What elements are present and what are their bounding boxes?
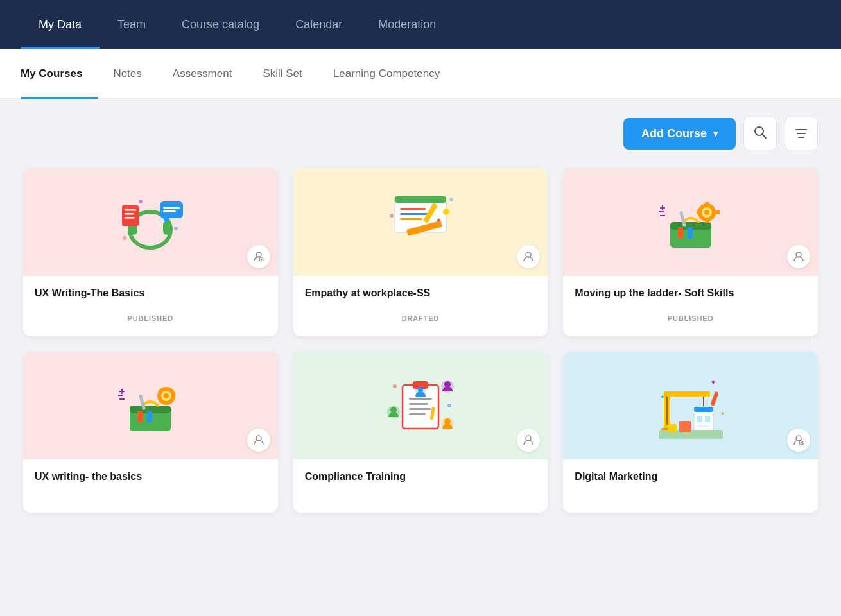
user-badge [517, 429, 540, 452]
add-course-label: Add Course [641, 127, 707, 141]
course-card-title: UX Writing-The Basics [35, 286, 266, 300]
course-card-title: Empathy at workplace-SS [305, 286, 537, 300]
course-card-body: UX Writing-The Basics PUBLISHED [23, 276, 278, 336]
svg-point-14 [174, 227, 178, 230]
svg-rect-42 [688, 227, 693, 239]
svg-rect-23 [400, 218, 422, 220]
svg-rect-9 [122, 205, 139, 226]
svg-rect-38 [716, 210, 720, 214]
svg-rect-88 [697, 425, 710, 427]
course-grid: UX Writing-The Basics PUBLISHED [23, 168, 818, 513]
svg-rect-39 [697, 210, 700, 214]
user-badge [787, 429, 810, 452]
sub-navigation: My Courses Notes Assessment Skill Set Le… [0, 49, 841, 99]
course-card-title: Compliance Training [305, 470, 537, 484]
svg-point-76 [393, 384, 397, 388]
svg-point-68 [418, 387, 423, 392]
svg-point-52 [164, 393, 169, 398]
main-content: Add Course ▾ [0, 99, 841, 531]
svg-rect-37 [705, 219, 709, 223]
svg-point-28 [390, 214, 394, 218]
course-card[interactable]: UX writing- the basics [23, 352, 278, 512]
svg-rect-91 [668, 424, 677, 432]
svg-rect-41 [678, 227, 683, 239]
course-card-image [293, 168, 548, 276]
svg-point-27 [443, 209, 449, 215]
course-card-status [575, 490, 806, 502]
nav-item-course-catalog[interactable]: Course catalog [164, 0, 277, 49]
svg-rect-7 [163, 207, 180, 209]
course-card-status [35, 490, 266, 502]
course-card-body: Empathy at workplace-SS DRAFTED [293, 276, 548, 336]
course-card-status [305, 490, 537, 502]
course-card-title: UX writing- the basics [35, 470, 266, 484]
course-card-status: PUBLISHED [575, 305, 806, 326]
svg-line-1 [763, 134, 767, 138]
svg-rect-92 [710, 391, 718, 406]
svg-point-15 [123, 236, 126, 240]
add-course-button[interactable]: Add Course ▾ [623, 118, 736, 150]
nav-item-moderation[interactable]: Moderation [360, 0, 454, 49]
course-card-body: UX writing- the basics [23, 459, 278, 512]
svg-rect-63 [409, 398, 432, 400]
course-card-body: Moving up the ladder- Soft Skills PUBLIS… [563, 276, 818, 336]
svg-rect-55 [147, 411, 152, 422]
nav-item-team[interactable]: Team [100, 0, 164, 49]
course-card-status: PUBLISHED [35, 305, 266, 326]
subnav-item-skill-set[interactable]: Skill Set [247, 49, 317, 99]
subnav-item-my-courses[interactable]: My Courses [21, 49, 98, 99]
course-card[interactable]: UX Writing-The Basics PUBLISHED [23, 168, 278, 336]
course-card[interactable]: Compliance Training [293, 352, 548, 512]
svg-text:✦: ✦ [660, 393, 665, 400]
svg-rect-86 [697, 416, 702, 422]
course-card-body: Digital Marketing [563, 459, 818, 512]
filter-button[interactable] [785, 117, 818, 150]
svg-point-13 [139, 200, 143, 203]
user-badge [247, 429, 270, 452]
user-badge [517, 245, 540, 268]
course-card-body: Compliance Training [293, 459, 548, 512]
svg-point-98 [800, 442, 802, 444]
course-card-image [563, 168, 818, 276]
search-icon [753, 125, 767, 142]
svg-rect-21 [400, 208, 426, 210]
svg-text:✦: ✦ [710, 378, 716, 387]
course-card[interactable]: Empathy at workplace-SS DRAFTED [293, 168, 548, 336]
nav-item-my-data[interactable]: My Data [21, 0, 100, 49]
svg-rect-65 [409, 408, 431, 410]
top-navigation: My Data Team Course catalog Calendar Mod… [0, 0, 841, 49]
course-card-image [23, 168, 278, 276]
course-card[interactable]: Moving up the ladder- Soft Skills PUBLIS… [563, 168, 818, 336]
svg-point-29 [449, 198, 453, 201]
svg-rect-8 [163, 210, 176, 212]
svg-text:✦: ✦ [720, 411, 725, 416]
chevron-down-icon: ▾ [713, 128, 718, 139]
svg-rect-81 [664, 391, 710, 397]
subnav-item-learning-competency[interactable]: Learning Competency [318, 49, 455, 99]
course-card-image: ✦ ✦ ✦ [563, 352, 818, 459]
svg-point-77 [447, 404, 451, 407]
search-button[interactable] [743, 117, 777, 150]
course-card-image [23, 352, 278, 459]
user-badge [247, 245, 270, 268]
toolbar: Add Course ▾ [23, 117, 818, 150]
course-card-title: Moving up the ladder- Soft Skills [575, 286, 806, 300]
svg-rect-64 [409, 403, 428, 405]
svg-rect-66 [409, 413, 426, 415]
svg-rect-90 [679, 421, 691, 432]
svg-rect-10 [125, 209, 136, 211]
subnav-item-notes[interactable]: Notes [98, 49, 157, 99]
subnav-item-assessment[interactable]: Assessment [157, 49, 248, 99]
svg-rect-54 [137, 411, 143, 422]
course-card[interactable]: ✦ ✦ ✦ Digital Marketing [563, 352, 818, 512]
svg-point-18 [260, 259, 262, 261]
svg-rect-4 [163, 221, 171, 235]
svg-rect-85 [694, 407, 713, 412]
filter-icon [795, 129, 807, 138]
svg-rect-36 [705, 202, 709, 206]
svg-point-35 [704, 210, 709, 215]
svg-rect-11 [125, 213, 134, 215]
course-card-status: DRAFTED [305, 305, 537, 326]
svg-rect-20 [395, 196, 446, 203]
nav-item-calendar[interactable]: Calendar [277, 0, 360, 49]
